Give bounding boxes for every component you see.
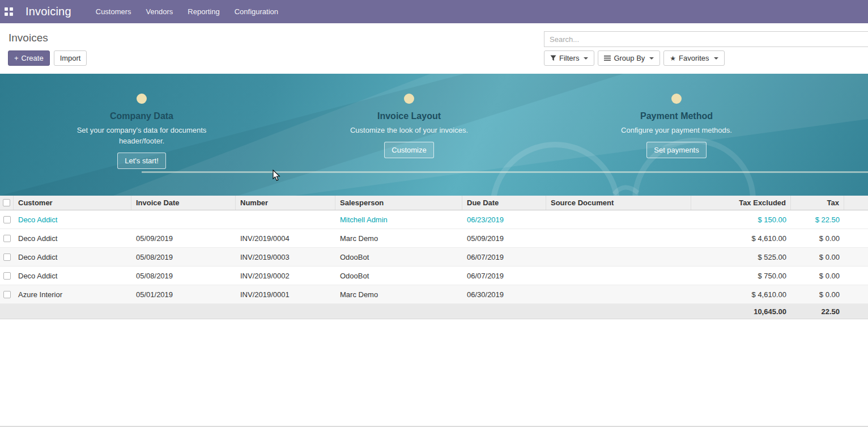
- table-row[interactable]: Azure Interior 05/01/2019 INV/2019/0001 …: [0, 285, 868, 304]
- table-row[interactable]: Deco Addict Mitchell Admin 06/23/2019 $ …: [0, 210, 868, 229]
- chevron-down-icon: [649, 57, 654, 60]
- favorites-button[interactable]: ★ Favorites: [663, 50, 724, 66]
- filter-icon: [550, 55, 556, 61]
- cell-tax: $ 22.50: [791, 215, 844, 224]
- app-brand[interactable]: Invoicing: [25, 5, 71, 18]
- cell-due-date: 06/07/2019: [462, 272, 546, 280]
- cell-tax: $ 0.00: [791, 234, 844, 243]
- control-panel: Invoices + Create Import Filters Group B…: [0, 23, 868, 74]
- table-row[interactable]: Deco Addict 05/09/2019 INV/2019/0004 Mar…: [0, 229, 868, 248]
- cell-tax-excluded: $ 4,610.00: [691, 234, 791, 243]
- table-header-row: Customer Invoice Date Number Salesperson…: [0, 196, 868, 210]
- step-title: Invoice Layout: [377, 111, 441, 121]
- search-box: [544, 31, 868, 47]
- column-header-tax[interactable]: Tax: [791, 196, 844, 210]
- top-navbar: Invoicing Customers Vendors Reporting Co…: [0, 0, 868, 23]
- step-description: Set your company's data for documents he…: [71, 125, 212, 146]
- step-dot: [404, 94, 414, 104]
- page-title: Invoices: [8, 32, 48, 44]
- select-all-checkbox[interactable]: [3, 199, 10, 206]
- cell-due-date: 05/09/2019: [462, 234, 546, 243]
- menu-reporting[interactable]: Reporting: [180, 0, 227, 23]
- row-checkbox[interactable]: [3, 216, 11, 223]
- menu-vendors[interactable]: Vendors: [139, 0, 181, 23]
- cell-tax-excluded: $ 750.00: [691, 272, 791, 280]
- cell-salesperson: OdooBot: [335, 253, 462, 261]
- column-header-filler: [844, 196, 868, 210]
- cell-tax: $ 0.00: [791, 290, 844, 299]
- column-header-invoice-date[interactable]: Invoice Date: [131, 196, 236, 210]
- cell-customer: Deco Addict: [14, 253, 131, 261]
- cell-tax-excluded: $ 525.00: [691, 253, 791, 261]
- cell-tax: $ 0.00: [791, 272, 844, 280]
- row-checkbox[interactable]: [3, 235, 11, 242]
- step-title: Payment Method: [640, 111, 713, 121]
- cell-customer: Deco Addict: [14, 272, 131, 280]
- step-dot: [137, 94, 147, 104]
- step-description: Customize the look of your invoices.: [350, 125, 468, 136]
- menu-customers[interactable]: Customers: [88, 0, 139, 23]
- cell-customer: Deco Addict: [14, 215, 131, 224]
- table-row[interactable]: Deco Addict 05/08/2019 INV/2019/0003 Odo…: [0, 248, 868, 267]
- chevron-down-icon: [714, 57, 718, 60]
- cell-salesperson: OdooBot: [335, 272, 462, 280]
- onboarding-step-payment-method: Payment Method Configure your payment me…: [543, 74, 810, 196]
- import-button[interactable]: Import: [54, 50, 87, 66]
- select-all-checkbox-cell: [0, 196, 14, 210]
- step-dot: [671, 94, 682, 104]
- cell-due-date: 06/30/2019: [462, 290, 546, 299]
- star-icon: ★: [670, 55, 676, 62]
- apps-menu-icon[interactable]: [5, 7, 13, 16]
- cell-number: INV/2019/0004: [236, 234, 335, 243]
- plus-icon: +: [14, 54, 19, 62]
- step-description: Configure your payment methods.: [621, 125, 732, 136]
- lets-start-button[interactable]: Let's start!: [117, 153, 166, 169]
- set-payments-button[interactable]: Set payments: [646, 142, 707, 158]
- row-checkbox[interactable]: [3, 253, 11, 261]
- cell-invoice-date: 05/08/2019: [131, 272, 236, 280]
- invoice-list: Customer Invoice Date Number Salesperson…: [0, 196, 868, 319]
- cell-invoice-date: 05/09/2019: [131, 234, 236, 243]
- onboarding-step-invoice-layout: Invoice Layout Customize the look of you…: [275, 74, 543, 196]
- cell-salesperson: Marc Demo: [335, 234, 462, 243]
- column-header-tax-excluded[interactable]: Tax Excluded: [691, 196, 791, 210]
- step-title: Company Data: [110, 111, 173, 121]
- cell-number: INV/2019/0002: [236, 272, 335, 280]
- column-header-customer[interactable]: Customer: [14, 196, 131, 210]
- cell-salesperson: Mitchell Admin: [335, 215, 462, 224]
- filters-button[interactable]: Filters: [544, 50, 594, 66]
- onboarding-step-company-data: Company Data Set your company's data for…: [8, 74, 275, 196]
- onboarding-banner: Company Data Set your company's data for…: [0, 74, 868, 196]
- cell-tax-excluded: $ 4,610.00: [691, 290, 791, 299]
- cell-customer: Azure Interior: [14, 290, 131, 299]
- column-header-source-document[interactable]: Source Document: [546, 196, 691, 210]
- group-by-button[interactable]: Group By: [598, 50, 660, 66]
- cell-customer: Deco Addict: [14, 234, 131, 243]
- column-header-salesperson[interactable]: Salesperson: [335, 196, 462, 210]
- main-menu: Customers Vendors Reporting Configuratio…: [88, 0, 286, 23]
- table-totals-row: 10,645.00 22.50: [0, 304, 868, 319]
- cell-due-date: 06/23/2019: [462, 215, 546, 224]
- cell-due-date: 06/07/2019: [462, 253, 546, 261]
- row-checkbox[interactable]: [3, 291, 11, 298]
- cell-tax: $ 0.00: [791, 253, 844, 261]
- table-row[interactable]: Deco Addict 05/08/2019 INV/2019/0002 Odo…: [0, 267, 868, 285]
- total-tax: 22.50: [791, 307, 844, 316]
- cell-number: INV/2019/0001: [236, 290, 335, 299]
- cell-number: INV/2019/0003: [236, 253, 335, 261]
- menu-configuration[interactable]: Configuration: [227, 0, 286, 23]
- column-header-number[interactable]: Number: [236, 196, 335, 210]
- customize-button[interactable]: Customize: [384, 142, 433, 158]
- total-tax-excluded: 10,645.00: [691, 307, 791, 316]
- cell-tax-excluded: $ 150.00: [691, 215, 791, 224]
- search-input[interactable]: [544, 31, 868, 47]
- cell-invoice-date: 05/08/2019: [131, 253, 236, 261]
- cell-salesperson: Marc Demo: [335, 290, 462, 299]
- create-button[interactable]: + Create: [8, 50, 50, 66]
- cell-invoice-date: 05/01/2019: [131, 290, 236, 299]
- row-checkbox[interactable]: [3, 272, 11, 280]
- column-header-due-date[interactable]: Due Date: [462, 196, 546, 210]
- chevron-down-icon: [584, 57, 588, 60]
- group-by-icon: [604, 55, 611, 61]
